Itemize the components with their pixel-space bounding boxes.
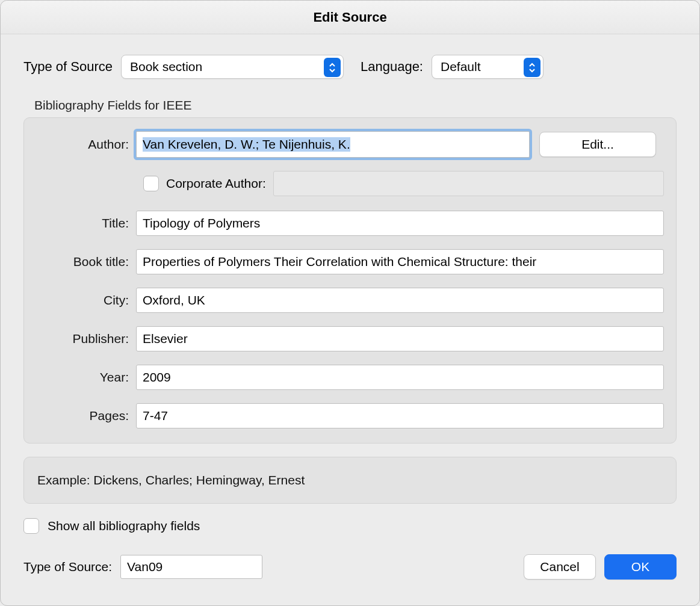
booktitle-row: Book title: — [36, 249, 664, 274]
chevron-updown-icon — [524, 58, 540, 77]
corporate-author-checkbox[interactable] — [143, 176, 159, 191]
dialog-title-text: Edit Source — [313, 10, 386, 25]
city-label: City: — [36, 293, 136, 308]
bibliography-fieldset: Author: Van Krevelen, D. W.; Te Nijenhui… — [23, 117, 677, 444]
show-all-label: Show all bibliography fields — [48, 519, 200, 533]
title-input[interactable] — [136, 211, 664, 236]
author-label: Author: — [36, 137, 136, 152]
author-row: Author: Van Krevelen, D. W.; Te Nijenhui… — [36, 131, 664, 158]
footer-row: Type of Source: Cancel OK — [23, 554, 677, 580]
city-row: City: — [36, 288, 664, 313]
publisher-label: Publisher: — [36, 332, 136, 346]
corporate-author-row: Corporate Author: — [143, 171, 664, 196]
cancel-button[interactable]: Cancel — [524, 554, 596, 580]
pages-row: Pages: — [36, 403, 664, 428]
title-label: Title: — [36, 216, 136, 230]
pages-input[interactable] — [136, 403, 664, 428]
corporate-author-input — [273, 171, 664, 196]
city-input[interactable] — [136, 288, 664, 313]
corporate-author-label: Corporate Author: — [166, 176, 266, 191]
ok-button[interactable]: OK — [604, 554, 677, 580]
dialog-content: Type of Source Book section Language: De… — [1, 34, 699, 605]
year-row: Year: — [36, 365, 664, 390]
booktitle-input[interactable] — [136, 249, 664, 274]
language-label: Language: — [361, 59, 423, 75]
example-text: Example: Dickens, Charles; Hemingway, Er… — [37, 473, 305, 487]
type-of-source-label: Type of Source — [23, 59, 113, 75]
publisher-input[interactable] — [136, 326, 664, 351]
year-input[interactable] — [136, 365, 664, 390]
author-input-value: Van Krevelen, D. W.; Te Nijenhuis, K. — [143, 137, 350, 152]
show-all-row: Show all bibliography fields — [23, 518, 677, 534]
language-value: Default — [441, 60, 481, 74]
type-of-source-dropdown[interactable]: Book section — [121, 55, 344, 79]
show-all-checkbox[interactable] — [23, 518, 39, 534]
publisher-row: Publisher: — [36, 326, 664, 351]
example-box: Example: Dickens, Charles; Hemingway, Er… — [23, 457, 677, 504]
booktitle-label: Book title: — [36, 255, 136, 269]
type-of-source-value: Book section — [130, 60, 202, 74]
tag-label: Type of Source: — [23, 560, 112, 574]
edit-author-button[interactable]: Edit... — [539, 132, 656, 157]
dialog-title: Edit Source — [1, 1, 699, 34]
top-row: Type of Source Book section Language: De… — [23, 55, 677, 79]
tag-input[interactable] — [120, 555, 262, 579]
year-label: Year: — [36, 370, 136, 385]
fieldset-legend: Bibliography Fields for IEEE — [34, 98, 677, 113]
pages-label: Pages: — [36, 409, 136, 423]
edit-source-dialog: Edit Source Type of Source Book section … — [0, 0, 700, 606]
title-row: Title: — [36, 211, 664, 236]
chevron-updown-icon — [324, 58, 341, 77]
author-input[interactable]: Van Krevelen, D. W.; Te Nijenhuis, K. — [136, 131, 530, 158]
language-dropdown[interactable]: Default — [432, 55, 544, 79]
